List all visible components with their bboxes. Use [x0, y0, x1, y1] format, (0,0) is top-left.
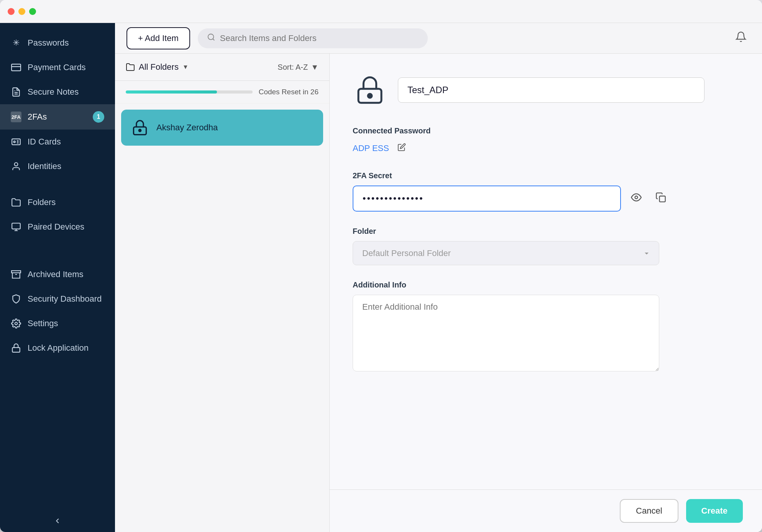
edit-connected-password-button[interactable]: [395, 141, 408, 156]
sidebar-item-security-dashboard[interactable]: Security Dashboard: [0, 287, 115, 311]
detail-lock-icon: [353, 73, 387, 107]
2fas-badge: 1: [93, 111, 104, 123]
folder-chevron-icon: ▼: [182, 64, 189, 71]
main-panels: All Folders ▼ Sort: A-Z ▼: [115, 54, 762, 532]
additional-info-textarea[interactable]: [353, 295, 659, 371]
sidebar-item-label: Payment Cards: [28, 62, 104, 72]
content-area: + Add Item: [115, 23, 762, 532]
sidebar-item-label: Paired Devices: [28, 222, 104, 232]
close-button[interactable]: [8, 8, 15, 15]
add-item-button[interactable]: + Add Item: [126, 27, 190, 49]
sidebar-item-folders[interactable]: Folders: [0, 190, 115, 215]
item-title-input[interactable]: [398, 77, 705, 103]
sidebar-item-label: Passwords: [28, 38, 104, 48]
2fas-icon: 2FA: [11, 112, 21, 122]
sidebar-item-label: Lock Application: [28, 343, 104, 353]
create-button[interactable]: Create: [686, 499, 743, 523]
sidebar-item-paired-devices[interactable]: Paired Devices: [0, 215, 115, 239]
search-icon: [207, 33, 215, 44]
sidebar-item-secure-notes[interactable]: Secure Notes: [0, 80, 115, 104]
settings-icon: [11, 318, 21, 329]
identities-icon: [11, 161, 21, 172]
maximize-button[interactable]: [29, 8, 36, 15]
svg-rect-0: [11, 64, 21, 71]
secret-input-row: [353, 186, 739, 212]
sidebar-item-label: Settings: [28, 319, 104, 328]
svg-rect-19: [660, 196, 665, 202]
list-item-name: Akshay Zerodha: [156, 123, 218, 133]
list-item-icon: [130, 118, 149, 137]
sidebar-item-id-cards[interactable]: ID Cards: [0, 130, 115, 154]
progress-bar-track: [126, 90, 253, 94]
sidebar: ✳ Passwords Payment Cards: [0, 23, 115, 532]
sidebar-item-label: Archived Items: [28, 269, 104, 279]
2fa-secret-section: 2FA Secret: [353, 171, 739, 212]
search-input[interactable]: [220, 33, 419, 43]
connected-password-section: Connected Password ADP ESS: [353, 126, 739, 156]
detail-content: Connected Password ADP ESS: [330, 54, 762, 489]
lock-application-icon: [11, 343, 21, 353]
archived-items-icon: [11, 269, 21, 280]
sidebar-item-payment-cards[interactable]: Payment Cards: [0, 55, 115, 80]
sidebar-item-label: Secure Notes: [28, 87, 104, 97]
svg-point-6: [15, 163, 18, 166]
svg-point-18: [635, 196, 638, 199]
sidebar-item-passwords[interactable]: ✳ Passwords: [0, 31, 115, 55]
list-panel: All Folders ▼ Sort: A-Z ▼: [115, 54, 330, 532]
progress-bar-fill: [126, 90, 217, 94]
sidebar-item-label: Security Dashboard: [28, 294, 104, 304]
progress-text: Codes Reset in 26: [259, 88, 319, 96]
connected-password-link[interactable]: ADP ESS: [353, 143, 389, 153]
sidebar-item-archived-items[interactable]: Archived Items: [0, 262, 115, 287]
svg-point-17: [368, 94, 372, 98]
additional-info-section: Additional Info: [353, 281, 739, 373]
svg-point-12: [208, 34, 214, 39]
progress-section: Codes Reset in 26: [115, 81, 329, 103]
folder-section: Folder Default Personal Folder: [353, 227, 739, 265]
svg-rect-7: [12, 223, 20, 229]
sort-label: Sort: A-Z: [278, 63, 308, 72]
detail-panel: Connected Password ADP ESS: [330, 54, 762, 532]
2fa-secret-label: 2FA Secret: [353, 171, 739, 180]
traffic-lights: [8, 8, 36, 15]
svg-rect-11: [12, 348, 20, 352]
list-header: All Folders ▼ Sort: A-Z ▼: [115, 54, 329, 81]
sidebar-item-settings[interactable]: Settings: [0, 311, 115, 336]
svg-point-10: [15, 322, 18, 325]
list-items: Akshay Zerodha: [115, 103, 329, 532]
svg-point-15: [139, 130, 141, 132]
2fa-secret-input[interactable]: [353, 186, 621, 212]
copy-secret-button[interactable]: [652, 188, 670, 209]
sidebar-item-2fas[interactable]: 2FA 2FAs 1: [0, 104, 115, 130]
sidebar-item-identities[interactable]: Identities: [0, 154, 115, 179]
sidebar-nav: ✳ Passwords Payment Cards: [0, 23, 115, 510]
folder-label: Folder: [353, 227, 739, 236]
folder-select[interactable]: Default Personal Folder: [353, 241, 659, 265]
sidebar-collapse-button[interactable]: [0, 510, 115, 532]
sidebar-item-label: Folders: [28, 197, 104, 207]
security-dashboard-icon: [11, 294, 21, 304]
additional-info-label: Additional Info: [353, 281, 739, 289]
folder-selector[interactable]: All Folders ▼: [126, 62, 189, 72]
sort-selector[interactable]: Sort: A-Z ▼: [278, 63, 319, 72]
folder-label: All Folders: [139, 62, 179, 72]
id-cards-icon: [11, 136, 21, 147]
list-item[interactable]: Akshay Zerodha: [121, 110, 323, 146]
passwords-icon: ✳: [11, 38, 21, 48]
paired-devices-icon: [11, 222, 21, 232]
notification-bell-button[interactable]: [731, 27, 751, 49]
toolbar: + Add Item: [115, 23, 762, 54]
sidebar-item-label: 2FAs: [28, 112, 87, 122]
connected-password-label: Connected Password: [353, 126, 739, 135]
sidebar-item-lock-application[interactable]: Lock Application: [0, 336, 115, 360]
cancel-button[interactable]: Cancel: [620, 499, 678, 523]
minimize-button[interactable]: [18, 8, 25, 15]
sidebar-item-label: ID Cards: [28, 137, 104, 147]
sort-chevron-icon: ▼: [311, 63, 319, 72]
toggle-secret-visibility-button[interactable]: [627, 188, 645, 209]
search-bar: [198, 28, 428, 48]
payment-cards-icon: [11, 62, 21, 73]
detail-header: [353, 73, 739, 107]
connected-password-row: ADP ESS: [353, 141, 739, 156]
folders-icon: [11, 197, 21, 208]
